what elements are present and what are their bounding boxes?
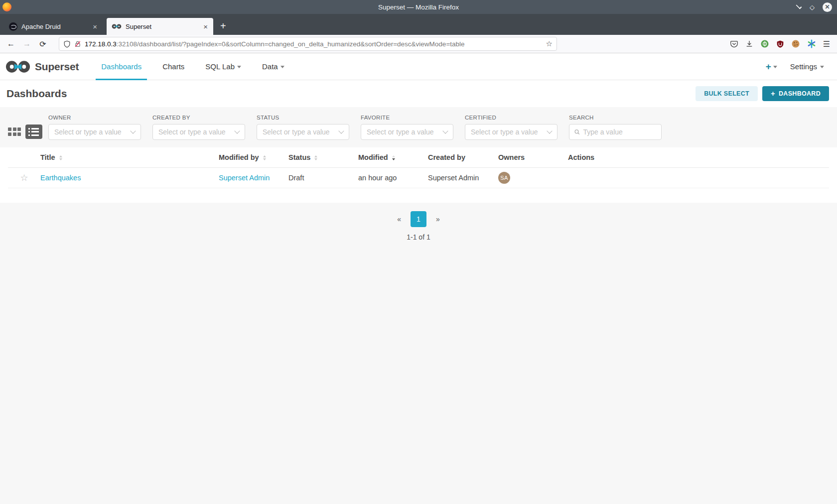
url-bar[interactable]: 172.18.0.3:32108/dashboard/list/?pageInd… <box>59 37 557 51</box>
download-icon[interactable] <box>745 40 753 48</box>
tab-label: Apache Druid <box>21 23 87 30</box>
superset-navbar: Superset Dashboards Charts SQL Lab Data … <box>0 53 837 80</box>
search-icon <box>574 128 580 135</box>
favorite-select[interactable]: Select or type a value <box>361 124 453 140</box>
filter-label: SEARCH <box>569 115 662 121</box>
new-dashboard-button[interactable]: + DASHBOARD <box>762 86 829 101</box>
superset-logo-icon <box>5 60 31 73</box>
dashboards-table: Title Modified by Status Modified Create… <box>0 147 837 203</box>
search-input[interactable] <box>583 128 657 136</box>
filter-bar: OWNER Select or type a value CREATED BY … <box>0 107 837 147</box>
chevron-down-icon <box>547 128 552 133</box>
filter-owner: OWNER Select or type a value <box>48 115 141 140</box>
menu-icon[interactable]: ☰ <box>823 39 830 49</box>
certified-select[interactable]: Select or type a value <box>465 124 558 140</box>
minimize-icon[interactable] <box>796 3 802 9</box>
brand-name: Superset <box>35 61 79 73</box>
sort-icon[interactable] <box>59 155 62 160</box>
forward-icon[interactable]: → <box>20 37 34 50</box>
chevron-down-icon <box>130 128 136 133</box>
new-tab-button[interactable]: + <box>213 20 232 35</box>
filter-label: OWNER <box>48 115 141 121</box>
filter-label: CERTIFIED <box>465 115 558 121</box>
content-footer: « 1 » 1-1 of 1 <box>0 203 837 504</box>
close-tab-icon[interactable]: × <box>202 22 209 31</box>
cookie-icon[interactable] <box>791 39 800 48</box>
column-header-owners: Owners <box>498 153 568 161</box>
filter-favorite: FAVORITE Select or type a value <box>361 115 453 140</box>
settings-menu[interactable]: Settings <box>790 62 824 71</box>
prev-page-button[interactable]: « <box>397 215 401 223</box>
column-header-modified[interactable]: Modified <box>358 153 428 161</box>
extension-green-icon[interactable] <box>760 39 769 48</box>
tab-apache-druid[interactable]: Apache Druid × <box>4 18 103 35</box>
sort-icon[interactable] <box>314 155 317 160</box>
sort-icon[interactable] <box>263 155 266 160</box>
insecure-lock-icon[interactable] <box>74 40 81 48</box>
table-header-row: Title Modified by Status Modified Create… <box>8 147 829 168</box>
url-host: 172.18.0.3 <box>85 40 117 48</box>
nav-item-charts[interactable]: Charts <box>152 53 195 80</box>
column-header-title[interactable]: Title <box>40 153 219 161</box>
page-1-button[interactable]: 1 <box>411 211 426 227</box>
chevron-down-icon <box>773 66 777 68</box>
card-view-icon[interactable] <box>8 127 21 136</box>
chevron-down-icon <box>280 66 284 68</box>
column-header-created-by: Created by <box>428 153 498 161</box>
shield-icon[interactable] <box>63 40 71 48</box>
list-view-icon[interactable] <box>25 125 42 139</box>
url-path: :32108/dashboard/list/?pageIndex=0&sortC… <box>117 40 465 48</box>
created-by-select[interactable]: Select or type a value <box>152 124 245 140</box>
filter-label: FAVORITE <box>361 115 453 121</box>
maximize-icon[interactable]: ◇ <box>810 4 815 10</box>
back-icon[interactable]: ← <box>4 37 18 50</box>
chevron-down-icon <box>442 128 448 133</box>
extension-asterisk-icon[interactable] <box>807 39 816 48</box>
plus-icon: + <box>771 89 775 98</box>
tab-bar: Apache Druid × Superset × + <box>0 14 837 35</box>
filter-created-by: CREATED BY Select or type a value <box>152 115 245 140</box>
pagination-summary: 1-1 of 1 <box>0 233 837 241</box>
ublock-origin-icon[interactable] <box>776 40 784 48</box>
druid-favicon <box>9 22 17 31</box>
nav-item-data[interactable]: Data <box>252 53 295 80</box>
filter-label: CREATED BY <box>152 115 245 121</box>
created-by-value: Superset Admin <box>428 174 498 182</box>
chevron-down-icon <box>234 128 240 133</box>
close-window-icon[interactable]: ✕ <box>823 2 832 12</box>
filter-search: SEARCH <box>569 115 662 140</box>
nav-item-sql-lab[interactable]: SQL Lab <box>195 53 252 80</box>
tab-superset[interactable]: Superset × <box>107 18 213 35</box>
table-row: ☆ Earthquakes Superset Admin Draft an ho… <box>8 168 829 188</box>
reload-icon[interactable]: ⟳ <box>36 37 50 50</box>
tab-label: Superset <box>126 23 198 30</box>
window-title: Superset — Mozilla Firefox <box>0 3 837 11</box>
page-title: Dashboards <box>6 88 67 100</box>
chevron-down-icon <box>338 128 344 133</box>
page-header: Dashboards BULK SELECT + DASHBOARD <box>0 80 837 107</box>
new-item-menu[interactable]: + <box>766 61 777 72</box>
url-text[interactable]: 172.18.0.3:32108/dashboard/list/?pageInd… <box>85 40 543 48</box>
owner-select[interactable]: Select or type a value <box>48 124 141 140</box>
owner-avatar[interactable]: SA <box>498 172 510 184</box>
next-page-button[interactable]: » <box>436 215 440 223</box>
status-select[interactable]: Select or type a value <box>257 124 349 140</box>
filter-status: STATUS Select or type a value <box>257 115 349 140</box>
column-header-status[interactable]: Status <box>288 153 358 161</box>
close-tab-icon[interactable]: × <box>91 22 99 31</box>
browser-toolbar: ← → ⟳ 172.18.0.3:32108/dashboard/list/?p… <box>0 35 837 53</box>
column-header-modified-by[interactable]: Modified by <box>219 153 288 161</box>
pagination: « 1 » <box>0 211 837 227</box>
superset-favicon <box>112 23 122 29</box>
dashboard-title-link[interactable]: Earthquakes <box>40 174 81 182</box>
modified-value: an hour ago <box>358 174 428 182</box>
pocket-icon[interactable] <box>730 40 738 48</box>
bulk-select-button[interactable]: BULK SELECT <box>696 86 758 101</box>
superset-brand[interactable]: Superset <box>5 60 79 73</box>
sort-desc-icon[interactable] <box>392 155 395 160</box>
nav-item-dashboards[interactable]: Dashboards <box>91 53 152 80</box>
modified-by-link[interactable]: Superset Admin <box>219 174 270 182</box>
bookmark-star-icon[interactable]: ☆ <box>546 39 553 48</box>
column-header-actions: Actions <box>568 153 829 161</box>
favorite-star-icon[interactable]: ☆ <box>20 172 28 183</box>
